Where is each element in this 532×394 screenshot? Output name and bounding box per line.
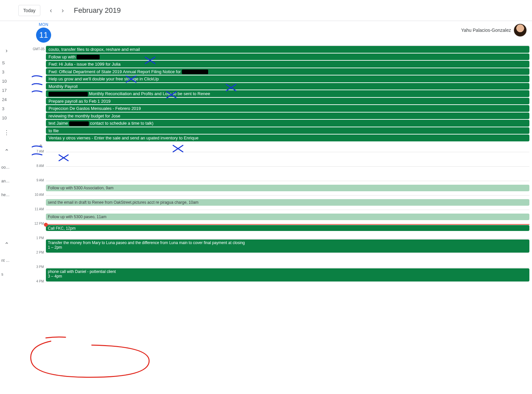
redacted-text (77, 55, 100, 59)
redacted-text (69, 121, 89, 126)
allday-event[interactable]: couto, transfer files to dropox, reshare… (46, 46, 529, 53)
prev-button[interactable]: ‹ (46, 5, 56, 16)
allday-event[interactable]: Projeccion De Gastos Mensuales - Febrero… (46, 105, 529, 112)
mini-cal-row[interactable]: 17 (0, 86, 13, 95)
owner-name: Yahu Palacios-Gonzalez (461, 28, 511, 33)
chevron-up-icon[interactable]: ⌃ (4, 241, 9, 248)
hour-row[interactable]: 10 AM send the email in draft to Renee f… (46, 195, 529, 210)
allday-event[interactable]: to file (46, 127, 529, 134)
avatar[interactable] (514, 24, 527, 37)
calendar-label-truncated[interactable]: an… (0, 179, 13, 183)
calendar-label-truncated[interactable]: nt … (0, 258, 13, 263)
timezone-label: GMT-05 (33, 47, 45, 51)
allday-event[interactable]: Fwd: Official Department of State 2019 A… (46, 68, 529, 75)
hour-label: 10 AM (31, 193, 44, 197)
day-header: MON 11 Yahu Palacios-Gonzalez (13, 21, 532, 45)
event-11am[interactable]: Follow up with 5300 paseo, 11am (46, 214, 529, 220)
hour-row[interactable]: 9 AM Follow up with 5300 Association, 9a… (46, 181, 529, 195)
allday-event[interactable]: Follow up with (46, 53, 529, 60)
hour-label: 4 PM (31, 280, 44, 283)
hour-row[interactable]: 11 AM Follow up with 5300 paseo, 11am (46, 210, 529, 224)
redacted-text (49, 92, 88, 96)
chevron-right-icon: › (62, 7, 64, 14)
next-button[interactable]: › (57, 5, 68, 16)
event-9am[interactable]: Follow up with 5300 Association, 9am (46, 185, 529, 191)
hour-row[interactable]: 4 PM (46, 282, 529, 296)
chevron-up-icon[interactable]: ⌃ (4, 148, 9, 155)
redacted-text (182, 70, 208, 74)
mini-cal-row[interactable]: S (0, 58, 13, 67)
hour-label: 2 PM (31, 251, 44, 254)
top-bar: Today ‹ › February 2019 (0, 0, 532, 21)
hour-row[interactable]: 8 AM (46, 166, 529, 181)
event-12pm[interactable]: Call FKC, 12pm (46, 225, 529, 231)
calendar-label-truncated[interactable]: he… (0, 193, 13, 197)
event-10am[interactable]: send the email in draft to Renee from Oa… (46, 199, 529, 206)
mini-cal-row[interactable]: 3 (0, 67, 13, 76)
hour-label: 8 AM (31, 164, 44, 168)
weekday-label: MON (33, 22, 54, 27)
hour-row[interactable]: 7 AM (46, 152, 529, 166)
hour-row[interactable]: 12 PM Call FKC, 12pm (46, 224, 529, 238)
allday-event[interactable]: Ventas y otros viernes - Enter the sale … (46, 135, 529, 141)
allday-collapse-row: ⌃ (13, 142, 532, 152)
allday-event[interactable]: Help us grow and we'll double your free … (46, 75, 529, 82)
nav-arrows: ‹ › (46, 5, 68, 16)
hour-row[interactable]: 3 PM phone call with Daniel - pottential… (46, 267, 529, 282)
hour-label: 7 AM (31, 150, 44, 153)
hour-label: 11 AM (31, 207, 44, 211)
day-column-header[interactable]: MON 11 (33, 21, 54, 45)
calendar-label-truncated[interactable]: oo… (0, 165, 13, 170)
more-icon[interactable]: ⋮ (4, 129, 10, 136)
now-dot-icon (44, 223, 48, 227)
chevron-right-icon[interactable]: › (6, 47, 8, 54)
time-grid: 7 AM 8 AM 9 AM Follow up with 5300 Assoc… (13, 152, 532, 296)
mini-cal-row[interactable]: 10 (0, 76, 13, 86)
mini-cal-row[interactable]: 10 (0, 113, 13, 122)
hour-label: 1 PM (31, 236, 44, 240)
event-3pm[interactable]: phone call with Daniel - pottential clie… (46, 268, 529, 281)
allday-event[interactable]: Monthly Payroll (46, 83, 529, 90)
allday-event[interactable]: Prepare payroll as fo Feb 1 2019 (46, 98, 529, 105)
mini-cal-row[interactable]: 24 (0, 95, 13, 104)
allday-event[interactable]: reviewing the monthly budget for Jose (46, 113, 529, 119)
calendar-label-truncated[interactable]: s (0, 272, 13, 277)
allday-event[interactable]: Fwd: Hi Julia - issue the 1099 for Julia (46, 61, 529, 68)
hour-row[interactable]: 1 PM Transfer the money from Mary to Lun… (46, 238, 529, 253)
chevron-left-icon: ‹ (50, 7, 52, 14)
allday-zone: couto, transfer files to dropox, reshare… (46, 45, 529, 141)
day-number: 11 (36, 28, 51, 43)
hour-row[interactable]: 2 PM (46, 253, 529, 267)
current-time-indicator (46, 224, 529, 225)
calendar-owner: Yahu Palacios-Gonzalez (461, 24, 527, 37)
hour-label: 9 AM (31, 178, 44, 182)
left-sidebar: › S 3 10 17 24 3 10 ⋮ ⌃ oo… an… he… ⌃ nt… (0, 21, 13, 394)
hour-label: 12 PM (31, 222, 44, 225)
allday-event[interactable]: Monthly Reconciliation and Profits and L… (46, 90, 529, 97)
allday-event[interactable]: text Jaime contact to schedule a time to… (46, 120, 529, 127)
month-title: February 2019 (74, 6, 121, 15)
hour-label: 3 PM (31, 265, 44, 269)
event-1pm[interactable]: Transfer the money from Mary to Luna pas… (46, 239, 529, 253)
today-button[interactable]: Today (18, 5, 40, 16)
calendar-main: MON 11 Yahu Palacios-Gonzalez GMT-05 cou… (13, 21, 532, 394)
mini-cal-row[interactable]: 3 (0, 104, 13, 113)
